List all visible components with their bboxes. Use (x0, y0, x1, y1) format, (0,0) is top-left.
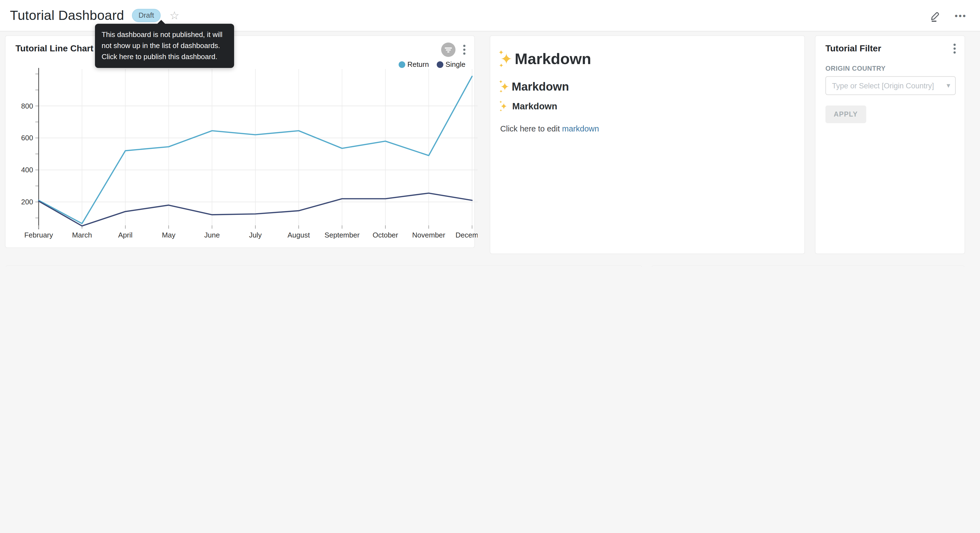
legend-item-return[interactable]: Return (399, 60, 429, 69)
apply-button[interactable]: APPLY (826, 105, 866, 123)
select-placeholder: Type or Select [Origin Country] (832, 81, 934, 90)
applied-filters-icon[interactable] (441, 43, 455, 57)
svg-text:600: 600 (21, 134, 33, 142)
chart-legend: Return Single (399, 60, 465, 69)
markdown-body[interactable]: ✦✦✦Markdown ✦✦✦Markdown ✦✦✦ Markdown Cli… (500, 36, 797, 254)
sparkles-icon: ✦✦✦ (500, 50, 513, 68)
page-title: Tutorial Dashboard (10, 8, 124, 23)
svg-text:July: July (249, 231, 262, 239)
svg-text:200: 200 (21, 198, 33, 206)
chevron-down-icon: ▾ (947, 81, 950, 89)
svg-text:April: April (118, 231, 132, 239)
line-chart-title: Tutorial Line Chart (16, 44, 93, 54)
line-chart-plot[interactable]: 200400600800FebruaryMarchAprilMayJuneJul… (11, 68, 477, 245)
svg-text:September: September (325, 231, 360, 239)
single-series-dot (437, 61, 443, 68)
svg-text:800: 800 (21, 102, 33, 110)
svg-text:August: August (288, 231, 310, 239)
filter-panel: Tutorial Filter ORIGIN COUNTRY Type or S… (815, 35, 965, 254)
markdown-h1: ✦✦✦Markdown (500, 50, 591, 68)
svg-text:November: November (412, 231, 445, 239)
more-actions-icon[interactable]: ••• (955, 11, 967, 21)
origin-country-select[interactable]: Type or Select [Origin Country] ▾ (826, 76, 956, 95)
pivot-chart-panel: Tutorial Pivot Chart SUM(Cost)Department… (5, 266, 643, 266)
svg-text:May: May (162, 231, 175, 239)
svg-text:February: February (24, 231, 53, 239)
publish-tooltip: This dashboard is not published, it will… (95, 24, 234, 68)
markdown-panel: ✦✦✦Markdown ✦✦✦Markdown ✦✦✦ Markdown Cli… (490, 35, 805, 254)
table-panel: Tutorial Table Travel Class⇅COUNT(*)⇅SUM… (651, 266, 965, 266)
svg-text:October: October (373, 231, 398, 239)
line-chart-panel: Tutorial Line Chart Return Single 200400… (5, 35, 475, 248)
edit-dashboard-icon[interactable] (929, 10, 941, 22)
draft-status-badge[interactable]: Draft (132, 9, 161, 22)
sparkles-icon: ✦✦✦ (500, 80, 509, 93)
markdown-edit-link[interactable]: markdown (562, 124, 599, 133)
svg-text:400: 400 (21, 166, 33, 174)
tooltip-text: This dashboard is not published, it will… (102, 30, 223, 61)
dashboard-page: Tutorial Dashboard Draft ☆ ••• This dash… (0, 0, 980, 266)
filter-panel-title: Tutorial Filter (826, 44, 881, 54)
markdown-h3: ✦✦✦ Markdown (500, 101, 557, 112)
legend-item-single[interactable]: Single (437, 60, 465, 69)
svg-text:March: March (72, 231, 92, 239)
svg-text:June: June (204, 231, 220, 239)
line-chart-menu-icon[interactable] (462, 44, 466, 56)
markdown-paragraph: Click here to edit markdown (500, 124, 599, 133)
return-series-dot (399, 61, 405, 68)
svg-text:December: December (455, 231, 477, 239)
favorite-star-icon[interactable]: ☆ (170, 10, 180, 21)
markdown-h2: ✦✦✦Markdown (500, 80, 569, 93)
origin-country-label: ORIGIN COUNTRY (826, 65, 886, 72)
sparkles-icon: ✦✦✦ (500, 101, 508, 112)
tooltip-arrow (157, 20, 165, 24)
filter-panel-menu-icon[interactable] (952, 43, 957, 55)
